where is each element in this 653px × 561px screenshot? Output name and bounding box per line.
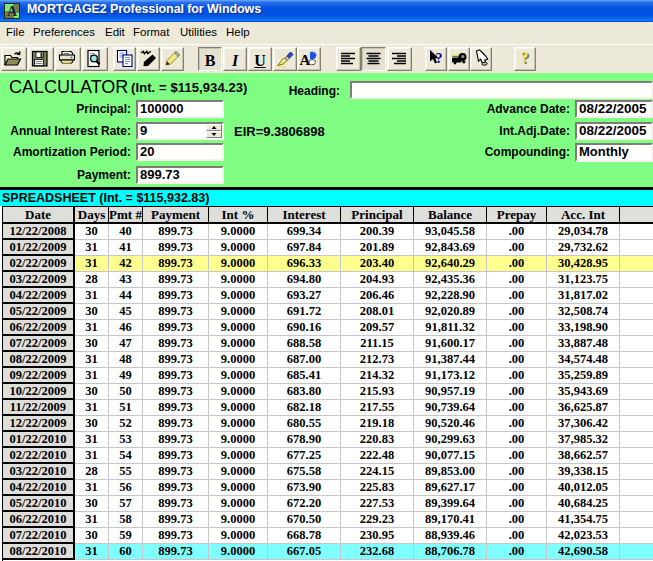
svg-text:A: A: [7, 4, 18, 19]
svg-text:A: A: [300, 52, 311, 68]
svg-text:?: ?: [436, 51, 443, 66]
svg-text:?: ?: [521, 49, 529, 66]
